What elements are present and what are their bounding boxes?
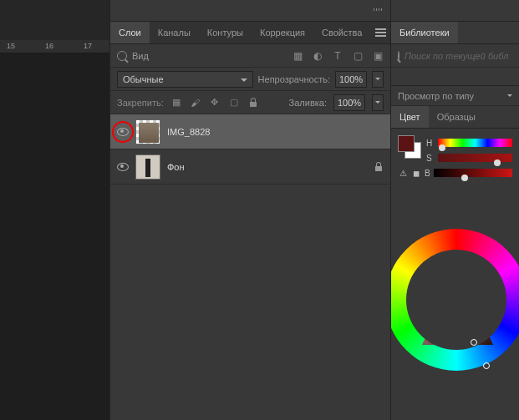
- filter-smart-icon[interactable]: ▣: [372, 50, 384, 62]
- hue-slider[interactable]: [438, 139, 512, 147]
- opacity-slider-button[interactable]: [372, 71, 384, 88]
- lock-fill-row: Закрепить: ▦ 🖌 ✥ ▢ Заливка: 100%: [110, 91, 390, 114]
- visibility-toggle[interactable]: [117, 163, 129, 171]
- layer-row[interactable]: IMG_8828: [110, 114, 390, 149]
- gamut-swatch[interactable]: ◼: [411, 168, 421, 178]
- blend-mode-select[interactable]: Обычные: [117, 71, 253, 88]
- color-wheel[interactable]: [391, 229, 519, 371]
- tab-channels[interactable]: Каналы: [150, 22, 199, 43]
- panel-tabs: Слои Каналы Контуры Коррекция Свойства: [110, 22, 390, 44]
- blend-opacity-row: Обычные Непрозрачность: 100%: [110, 68, 390, 91]
- color-panel: H S ⚠ ◼ B: [391, 129, 519, 220]
- layer-name[interactable]: Фон: [167, 162, 185, 172]
- tab-paths[interactable]: Контуры: [199, 22, 252, 43]
- hue-picker-indicator[interactable]: [483, 362, 490, 369]
- library-search[interactable]: [391, 44, 519, 68]
- lock-icons: ▦ 🖌 ✥ ▢: [170, 97, 259, 109]
- library-search-input[interactable]: [405, 51, 519, 61]
- layer-list: IMG_8828 Фон: [110, 114, 390, 198]
- layer-thumbnail[interactable]: [135, 119, 160, 144]
- filter-pixel-icon[interactable]: ▦: [292, 50, 303, 62]
- layer-filter-row: Вид ▦ ◐ T ▢ ▣: [110, 44, 390, 68]
- lock-transparency-icon[interactable]: ▦: [170, 97, 182, 109]
- tab-adjustments[interactable]: Коррекция: [252, 22, 313, 43]
- fill-slider-button[interactable]: [372, 94, 384, 111]
- tab-swatches[interactable]: Образцы: [429, 106, 484, 128]
- lock-icon: [374, 162, 384, 172]
- tab-layers[interactable]: Слои: [110, 22, 150, 43]
- canvas-area: 15 16 17: [0, 0, 109, 420]
- view-by-type-dropdown[interactable]: Просмотр по типу: [391, 86, 519, 106]
- gamut-warning-icon[interactable]: ⚠: [398, 168, 408, 178]
- hue-label: H: [426, 139, 435, 148]
- lock-artboard-icon[interactable]: ▢: [228, 97, 240, 109]
- layer-name[interactable]: IMG_8828: [167, 127, 210, 137]
- color-wheel-area: [391, 220, 519, 412]
- canvas[interactable]: [0, 53, 109, 420]
- filter-adjust-icon[interactable]: ◐: [312, 50, 323, 62]
- ruler-tick: 17: [84, 42, 92, 50]
- lock-paint-icon[interactable]: 🖌: [190, 97, 201, 109]
- lock-label: Закрепить:: [117, 98, 164, 108]
- lock-all-icon[interactable]: [247, 97, 259, 109]
- fill-label: Заливка:: [289, 98, 327, 108]
- tab-properties[interactable]: Свойства: [313, 22, 370, 43]
- tab-libraries[interactable]: Библиотеки: [391, 22, 458, 43]
- layer-thumbnail[interactable]: [135, 154, 160, 180]
- libraries-tabs: Библиотеки: [391, 22, 519, 44]
- layers-panel: Слои Каналы Контуры Коррекция Свойства В…: [109, 0, 390, 420]
- search-icon: [398, 51, 399, 61]
- filter-shape-icon[interactable]: ▢: [352, 50, 364, 62]
- color-tabs: Цвет Образцы: [391, 106, 519, 129]
- layer-row[interactable]: Фон: [110, 149, 390, 185]
- fill-value[interactable]: 100%: [333, 94, 365, 111]
- opacity-value[interactable]: 100%: [335, 71, 367, 88]
- color-picker-indicator[interactable]: [471, 339, 477, 346]
- ruler: 15 16 17: [0, 40, 109, 53]
- spacer: [391, 68, 519, 86]
- brightness-slider[interactable]: [434, 169, 512, 177]
- sat-label: S: [426, 154, 435, 163]
- lock-position-icon[interactable]: ✥: [209, 97, 221, 109]
- ruler-tick: 15: [7, 42, 15, 50]
- visibility-toggle[interactable]: [117, 128, 129, 136]
- filter-icons: ▦ ◐ T ▢ ▣: [292, 50, 384, 62]
- ruler-tick: 16: [45, 42, 53, 50]
- filter-kind-label[interactable]: Вид: [132, 51, 149, 61]
- color-triangle[interactable]: [422, 266, 493, 345]
- saturation-slider[interactable]: [438, 154, 512, 162]
- opacity-label: Непрозрачность:: [258, 74, 330, 84]
- collapse-icon[interactable]: [374, 8, 384, 11]
- panel-menu-button[interactable]: [370, 22, 390, 43]
- fg-bg-swatches[interactable]: [398, 135, 421, 159]
- bri-label: B: [425, 169, 430, 178]
- foreground-swatch[interactable]: [398, 135, 415, 152]
- panel-header-bar: [110, 0, 390, 22]
- hamburger-icon: [375, 28, 386, 37]
- tab-color[interactable]: Цвет: [391, 106, 429, 128]
- search-icon[interactable]: [117, 51, 127, 61]
- right-panel: Библиотеки Просмотр по типу Цвет Образцы…: [390, 0, 519, 420]
- filter-type-icon[interactable]: T: [332, 50, 343, 62]
- panel-header-bar: [391, 0, 519, 22]
